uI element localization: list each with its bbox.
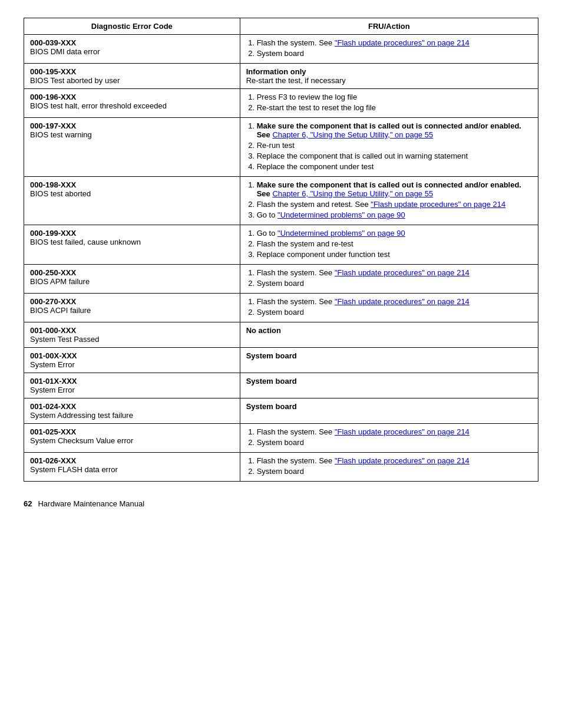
- error-code-cell: 000-196-XXXBIOS test halt, error thresho…: [24, 89, 240, 118]
- list-item: Press F3 to review the log file: [257, 93, 532, 101]
- error-code: 000-270-XXX: [30, 297, 76, 306]
- fru-cell: System board: [240, 348, 538, 373]
- fru-list: Flash the system. See "Flash update proc…: [257, 38, 532, 58]
- list-item: Flash the system. See "Flash update proc…: [257, 38, 532, 47]
- error-code: 001-025-XXX: [30, 427, 76, 436]
- footer-text: Hardware Maintenance Manual: [38, 499, 144, 508]
- table-row: 001-01X-XXXSystem ErrorSystem board: [24, 373, 538, 398]
- error-code-cell: 000-198-XXXBIOS test aborted: [24, 177, 240, 225]
- error-code: 001-000-XXX: [30, 326, 76, 335]
- list-item: Re-run test: [257, 141, 532, 150]
- fru-cell: Information onlyRe-start the test, if ne…: [240, 64, 538, 89]
- list-item: System board: [257, 438, 532, 447]
- fru-cell: Make sure the component that is called o…: [240, 177, 538, 225]
- fru-cell: Flash the system. See "Flash update proc…: [240, 424, 538, 453]
- error-code: 000-039-XXX: [30, 38, 76, 47]
- table-row: 001-024-XXXSystem Addressing test failur…: [24, 398, 538, 424]
- table-row: 001-026-XXXSystem FLASH data errorFlash …: [24, 453, 538, 482]
- table-row: 000-039-XXXBIOS DMI data errorFlash the …: [24, 35, 538, 64]
- list-item: Replace component under function test: [257, 250, 532, 259]
- error-code-cell: 000-039-XXXBIOS DMI data error: [24, 35, 240, 64]
- list-item: Flash the system and re-test: [257, 239, 532, 248]
- fru-list: Make sure the component that is called o…: [257, 180, 532, 219]
- error-desc: System Checksum Value error: [30, 436, 133, 445]
- fru-list: Flash the system. See "Flash update proc…: [257, 456, 532, 476]
- error-code: 001-026-XXX: [30, 456, 76, 465]
- error-code-cell: 001-01X-XXXSystem Error: [24, 373, 240, 398]
- error-code: 001-024-XXX: [30, 402, 76, 411]
- list-item: System board: [257, 49, 532, 58]
- page-number: 62: [24, 499, 32, 508]
- fru-link[interactable]: "Flash update procedures" on page 214: [335, 297, 470, 306]
- list-item: Flash the system. See "Flash update proc…: [257, 456, 532, 465]
- list-item: System board: [257, 467, 532, 476]
- header-col2: FRU/Action: [240, 18, 538, 35]
- fru-link[interactable]: "Flash update procedures" on page 214: [371, 200, 505, 209]
- fru-link[interactable]: Chapter 6, "Using the Setup Utility," on…: [272, 130, 433, 139]
- error-code-cell: 000-250-XXXBIOS APM failure: [24, 265, 240, 294]
- fru-list: Make sure the component that is called o…: [257, 121, 532, 171]
- fru-list: Go to "Undetermined problems" on page 90…: [257, 229, 532, 259]
- table-row: 000-196-XXXBIOS test halt, error thresho…: [24, 89, 538, 118]
- fru-link[interactable]: "Undetermined problems" on page 90: [277, 229, 405, 238]
- fru-link[interactable]: "Flash update procedures" on page 214: [335, 427, 470, 436]
- error-code-cell: 000-270-XXXBIOS ACPI failure: [24, 294, 240, 322]
- error-desc: BIOS test failed, cause unknown: [30, 238, 141, 246]
- fru-bold: System board: [246, 377, 297, 386]
- table-row: 001-00X-XXXSystem ErrorSystem board: [24, 348, 538, 373]
- fru-link[interactable]: "Undetermined problems" on page 90: [277, 210, 405, 219]
- table-row: 001-000-XXXSystem Test PassedNo action: [24, 322, 538, 348]
- fru-link[interactable]: "Flash update procedures" on page 214: [335, 268, 470, 277]
- error-code-cell: 001-000-XXXSystem Test Passed: [24, 322, 240, 348]
- error-code-cell: 001-025-XXXSystem Checksum Value error: [24, 424, 240, 453]
- list-item: Replace the component under test: [257, 162, 532, 171]
- error-desc: BIOS DMI data error: [30, 47, 100, 56]
- fru-cell: Go to "Undetermined problems" on page 90…: [240, 225, 538, 265]
- footer: 62 Hardware Maintenance Manual: [24, 499, 538, 508]
- fru-link[interactable]: "Flash update procedures" on page 214: [335, 38, 470, 47]
- error-desc: BIOS test halt, error threshold exceeded: [30, 101, 167, 110]
- error-code-cell: 000-197-XXXBIOS test warning: [24, 118, 240, 177]
- fru-cell: Press F3 to review the log fileRe-start …: [240, 89, 538, 118]
- fru-cell: Flash the system. See "Flash update proc…: [240, 35, 538, 64]
- fru-text: Re-start the test, if necessary: [246, 76, 346, 85]
- table-row: 000-197-XXXBIOS test warningMake sure th…: [24, 118, 538, 177]
- table-row: 000-198-XXXBIOS test abortedMake sure th…: [24, 177, 538, 225]
- table-row: 000-270-XXXBIOS ACPI failureFlash the sy…: [24, 294, 538, 322]
- list-item: Re-start the test to reset the log file: [257, 103, 532, 112]
- error-code: 001-01X-XXX: [30, 377, 77, 386]
- fru-link[interactable]: Chapter 6, "Using the Setup Utility," on…: [272, 189, 433, 198]
- fru-bold: System board: [246, 402, 297, 411]
- fru-list: Flash the system. See "Flash update proc…: [257, 297, 532, 317]
- list-item: Replace the component that is called out…: [257, 151, 532, 160]
- table-row: 001-025-XXXSystem Checksum Value errorFl…: [24, 424, 538, 453]
- error-desc: BIOS APM failure: [30, 277, 90, 286]
- list-item: Go to "Undetermined problems" on page 90: [257, 210, 532, 219]
- fru-cell: Flash the system. See "Flash update proc…: [240, 294, 538, 322]
- error-desc: BIOS test warning: [30, 130, 92, 139]
- error-code: 000-197-XXX: [30, 121, 76, 130]
- error-code-cell: 001-024-XXXSystem Addressing test failur…: [24, 398, 240, 424]
- error-code: 000-198-XXX: [30, 180, 76, 189]
- list-item: Go to "Undetermined problems" on page 90: [257, 229, 532, 238]
- fru-cell: Make sure the component that is called o…: [240, 118, 538, 177]
- list-item: Flash the system. See "Flash update proc…: [257, 297, 532, 306]
- error-desc: BIOS test aborted: [30, 189, 91, 198]
- fru-list: Flash the system. See "Flash update proc…: [257, 427, 532, 447]
- list-item: Flash the system. See "Flash update proc…: [257, 427, 532, 436]
- error-code: 000-196-XXX: [30, 93, 76, 101]
- list-item: System board: [257, 279, 532, 288]
- fru-bold: System board: [246, 351, 297, 360]
- list-item: Flash the system. See "Flash update proc…: [257, 268, 532, 277]
- error-code-cell: 001-00X-XXXSystem Error: [24, 348, 240, 373]
- header-col1: Diagnostic Error Code: [24, 18, 240, 35]
- fru-link[interactable]: "Flash update procedures" on page 214: [335, 456, 470, 465]
- error-desc: BIOS Test aborted by user: [30, 76, 120, 85]
- error-code-cell: 000-195-XXXBIOS Test aborted by user: [24, 64, 240, 89]
- fru-cell: System board: [240, 398, 538, 424]
- error-code: 000-250-XXX: [30, 268, 76, 277]
- table-row: 000-199-XXXBIOS test failed, cause unkno…: [24, 225, 538, 265]
- fru-cell: Flash the system. See "Flash update proc…: [240, 265, 538, 294]
- fru-cell: No action: [240, 322, 538, 348]
- diagnostic-table: Diagnostic Error Code FRU/Action 000-039…: [24, 18, 538, 482]
